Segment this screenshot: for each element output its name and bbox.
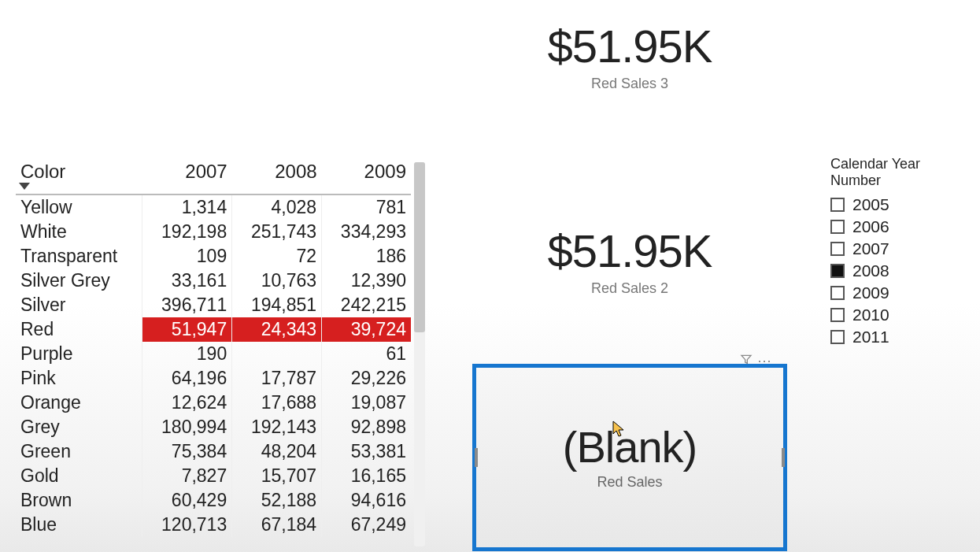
cell-value: 64,196 <box>142 366 232 391</box>
cell-value: 72 <box>232 244 322 269</box>
cell-value: 51,947 <box>142 317 232 342</box>
cell-value: 53,381 <box>322 439 411 464</box>
table-row[interactable]: Green75,38448,20453,381 <box>16 439 411 464</box>
kpi-label: Red Sales <box>597 474 662 491</box>
slicer-item[interactable]: 2010 <box>830 306 972 324</box>
cell-value: 781 <box>322 194 411 220</box>
cell-value: 192,198 <box>142 220 232 244</box>
slicer-item-label: 2005 <box>852 195 889 214</box>
slicer-item[interactable]: 2008 <box>830 261 972 280</box>
cell-value: 109 <box>142 244 232 269</box>
slicer-item-label: 2006 <box>852 217 889 236</box>
row-label: Green <box>16 439 142 464</box>
checkbox-icon[interactable] <box>830 286 845 300</box>
table-row[interactable]: Silver396,711194,851242,215 <box>16 293 411 317</box>
cell-value: 29,226 <box>322 366 411 391</box>
slicer-item-label: 2011 <box>852 328 889 346</box>
matrix-header-year[interactable]: 2009 <box>322 157 411 194</box>
scrollbar-thumb[interactable] <box>414 162 425 332</box>
cell-value: 180,994 <box>142 415 232 439</box>
slicer-item[interactable]: 2005 <box>830 195 972 214</box>
cell-value: 92,898 <box>322 415 411 439</box>
table-row[interactable]: Blue120,71367,18467,249 <box>16 513 411 537</box>
cell-value: 251,743 <box>232 220 322 244</box>
kpi-card-red-sales-3[interactable]: $51.95K Red Sales 3 <box>488 24 771 92</box>
cell-value: 194,851 <box>232 293 322 317</box>
cell-value: 17,787 <box>232 366 322 391</box>
cell-value: 12,390 <box>322 269 411 293</box>
checkbox-icon[interactable] <box>830 220 845 234</box>
row-label: Pink <box>16 366 142 391</box>
row-label: Purple <box>16 342 142 366</box>
cell-value: 16,165 <box>322 464 411 488</box>
scrollbar[interactable] <box>414 162 425 546</box>
checkbox-icon[interactable] <box>830 264 845 278</box>
cell-value <box>232 342 322 366</box>
kpi-label: Red Sales 3 <box>488 76 771 92</box>
cell-value: 1,314 <box>142 194 232 220</box>
table-row[interactable]: Silver Grey33,16110,76312,390 <box>16 269 411 293</box>
cell-value: 7,827 <box>142 464 232 488</box>
cell-value: 12,624 <box>142 391 232 415</box>
row-label: Orange <box>16 391 142 415</box>
slicer-item[interactable]: 2006 <box>830 217 972 236</box>
matrix-header-label: Color <box>20 161 65 182</box>
kpi-card-red-sales-2[interactable]: $51.95K Red Sales 2 <box>488 228 771 297</box>
cell-value: 61 <box>322 342 411 366</box>
table-row[interactable]: Red51,94724,34339,724 <box>16 317 411 342</box>
cell-value: 67,249 <box>322 513 411 537</box>
cell-value: 15,707 <box>232 464 322 488</box>
cell-value: 334,293 <box>322 220 411 244</box>
cell-value: 10,763 <box>232 269 322 293</box>
matrix-header-color[interactable]: Color <box>16 157 142 194</box>
slicer-item[interactable]: 2011 <box>830 328 972 346</box>
slicer-item-label: 2010 <box>852 306 889 324</box>
table-row[interactable]: Gold7,82715,70716,165 <box>16 464 411 488</box>
matrix-visual[interactable]: Color 2007 2008 2009 Yellow1,3144,028781… <box>16 157 425 551</box>
row-label: Blue <box>16 513 142 537</box>
cell-value: 94,616 <box>322 488 411 513</box>
cell-value: 67,184 <box>232 513 322 537</box>
slicer-item[interactable]: 2009 <box>830 283 972 302</box>
row-label: Brown <box>16 488 142 513</box>
row-label: White <box>16 220 142 244</box>
table-row[interactable]: White192,198251,743334,293 <box>16 220 411 244</box>
checkbox-icon[interactable] <box>830 308 845 322</box>
matrix-header-year[interactable]: 2007 <box>142 157 232 194</box>
kpi-value: $51.95K <box>488 228 771 274</box>
row-label: Silver <box>16 293 142 317</box>
row-label: Transparent <box>16 244 142 269</box>
row-label: Red <box>16 317 142 342</box>
checkbox-icon[interactable] <box>830 330 845 344</box>
cell-value: 17,688 <box>232 391 322 415</box>
matrix-header-year[interactable]: 2008 <box>232 157 322 194</box>
table-row[interactable]: Orange12,62417,68819,087 <box>16 391 411 415</box>
row-label: Yellow <box>16 194 142 220</box>
row-label: Silver Grey <box>16 269 142 293</box>
table-row[interactable]: Brown60,42952,18894,616 <box>16 488 411 513</box>
cell-value: 186 <box>322 244 411 269</box>
kpi-card-red-sales[interactable]: (Blank) Red Sales <box>472 364 787 551</box>
slicer-calendar-year[interactable]: Calendar Year Number 2005200620072008200… <box>830 156 972 350</box>
table-row[interactable]: Purple19061 <box>16 342 411 366</box>
cell-value: 190 <box>142 342 232 366</box>
table-row[interactable]: Yellow1,3144,028781 <box>16 194 411 220</box>
kpi-label: Red Sales 2 <box>488 280 771 297</box>
cell-value: 33,161 <box>142 269 232 293</box>
checkbox-icon[interactable] <box>830 198 845 212</box>
slicer-item-label: 2007 <box>852 239 889 258</box>
checkbox-icon[interactable] <box>830 242 845 256</box>
slicer-item[interactable]: 2007 <box>830 239 972 258</box>
cell-value: 4,028 <box>232 194 322 220</box>
table-row[interactable]: Grey180,994192,14392,898 <box>16 415 411 439</box>
cell-value: 396,711 <box>142 293 232 317</box>
slicer-item-label: 2008 <box>852 261 889 280</box>
table-row[interactable]: Transparent10972186 <box>16 244 411 269</box>
matrix-table: Color 2007 2008 2009 Yellow1,3144,028781… <box>16 157 411 537</box>
table-row[interactable]: Pink64,19617,78729,226 <box>16 366 411 391</box>
cell-value: 39,724 <box>322 317 411 342</box>
slicer-title: Calendar Year Number <box>830 156 972 189</box>
cell-value: 120,713 <box>142 513 232 537</box>
cell-value: 60,429 <box>142 488 232 513</box>
sort-desc-icon <box>19 183 30 190</box>
